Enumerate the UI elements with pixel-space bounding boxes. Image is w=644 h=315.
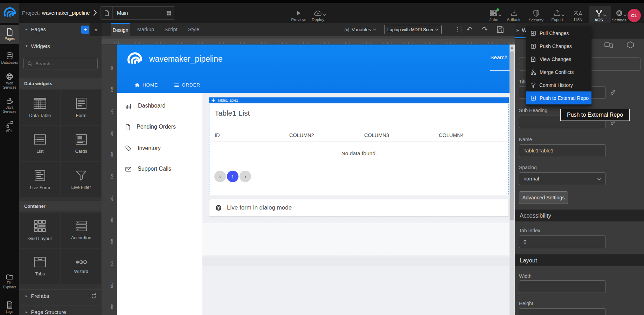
app-logo-wave-icon (127, 51, 143, 67)
top-bar: Project: wavemaker_pipeline Main Preview… (0, 3, 644, 23)
move-handle-icon[interactable] (212, 98, 215, 102)
collapse-panel-button[interactable]: « (90, 23, 102, 36)
ruler-number: 350 (110, 193, 113, 204)
rail-item-file-explorer[interactable]: File Explorer (0, 274, 19, 289)
undo-button[interactable]: ↶ (466, 23, 472, 36)
cloud-upload-icon (314, 10, 322, 16)
view-changes-icon (531, 56, 536, 62)
shield-hex-icon[interactable] (626, 41, 635, 48)
pagination-next-button[interactable]: › (240, 171, 251, 182)
widget-search[interactable] (23, 58, 98, 69)
rail-item-apis[interactable]: APIs (0, 121, 19, 133)
device-select[interactable]: Laptop with MDPI Screen (384, 25, 442, 34)
rail-item-web-services[interactable]: Web Services (0, 73, 19, 90)
selected-table-widget[interactable]: Table1Table1 Table1 List ID COLUMN2 COLU… (209, 97, 509, 195)
coffee-icon (6, 97, 13, 103)
pages-grid-icon[interactable] (163, 11, 175, 16)
height-property-input[interactable] (519, 308, 606, 315)
spacing-select[interactable]: normal (519, 172, 606, 185)
ruler-number: 150 (110, 106, 113, 117)
menu-item-merge-conflicts[interactable]: Merge Conflicts (526, 66, 591, 78)
advanced-settings-button[interactable]: Advanced Settings (519, 191, 568, 204)
page-structure-header[interactable]: ▸ Page Structure (19, 306, 102, 315)
bind-link-icon[interactable] (610, 89, 616, 95)
user-avatar[interactable]: CL (628, 9, 641, 22)
expand-panel-button[interactable]: » (516, 27, 519, 33)
widget-tile-accordion[interactable]: Accordion (61, 213, 102, 248)
scroll-up-arrow[interactable] (511, 47, 513, 49)
widget-tile-list[interactable]: List (20, 126, 60, 161)
widget-search-input[interactable] (35, 61, 91, 66)
widget-tile-live-filter[interactable]: Live Filter (61, 162, 102, 197)
prefabs-section-header[interactable]: ▸ Prefabs (19, 289, 102, 302)
height-property-label: Height (519, 301, 533, 306)
folder-icon (6, 274, 13, 280)
accessibility-section-header: Accessibility (515, 210, 644, 221)
ruler-number: 450 (110, 237, 113, 247)
envelope-icon (125, 166, 131, 172)
live-form-dialog-widget[interactable]: Live form in dialog mode (209, 199, 509, 217)
width-property-input[interactable] (519, 280, 606, 293)
empty-layout-band (202, 223, 510, 255)
project-breadcrumb: Project: wavemaker_pipeline (22, 3, 90, 23)
commit-history-icon (531, 82, 536, 88)
menu-item-inventory[interactable]: Inventory (117, 145, 202, 151)
menu-item-commit-history[interactable]: Commit History (526, 78, 591, 91)
play-icon (295, 10, 302, 16)
menu-item-support-calls[interactable]: Support Calls (117, 166, 202, 172)
tab-design[interactable]: Design (111, 23, 130, 36)
devices-icon[interactable] (604, 42, 613, 48)
project-label: Project: (22, 10, 40, 16)
widget-selection-bar[interactable]: Table1Table1 (209, 97, 509, 103)
menu-item-pull-changes[interactable]: Pull Changes (526, 27, 591, 40)
nav-item-home[interactable]: HOME (134, 82, 158, 88)
scrollbar-thumb[interactable] (510, 52, 514, 220)
nav-item-order[interactable]: ORDER (174, 82, 200, 88)
menu-item-push-changes[interactable]: Push Changes (526, 40, 591, 53)
menu-item-pending-orders[interactable]: Pending Orders (117, 124, 202, 130)
page-file-icon (101, 7, 113, 19)
widget-tile-cards[interactable]: Cards (61, 126, 102, 161)
save-button[interactable] (497, 23, 504, 36)
spacing-property-label: Spacing (519, 165, 537, 170)
column-header[interactable]: COLUMN4 (439, 132, 464, 138)
refresh-icon[interactable] (91, 293, 97, 299)
menu-item-dashboard[interactable]: Dashboard (117, 103, 202, 109)
menu-item-push-to-external-repo[interactable]: Push to External Repo (526, 91, 591, 104)
rail-item-pages[interactable]: Pages (0, 25, 19, 44)
variables-button[interactable]: {x} Variables (344, 23, 376, 36)
widget-tile-data-table[interactable]: Data Table (20, 90, 60, 125)
pagination-page-button[interactable]: 1 (227, 171, 238, 182)
column-header[interactable]: COLUMN2 (289, 132, 314, 138)
more-menu-button[interactable]: ⋮ (455, 23, 461, 36)
widget-tile-form[interactable]: Form (61, 90, 102, 125)
canvas-scrollbar[interactable] (510, 44, 515, 315)
column-header[interactable]: ID (215, 132, 220, 138)
widgets-section-header[interactable]: ▾ Widgets (19, 40, 102, 52)
widget-tile-wizard[interactable]: Wizard (61, 249, 102, 284)
open-page-tab[interactable]: Main (101, 6, 175, 20)
tooltip: Push to External Repo (560, 109, 630, 121)
rail-item-databases[interactable]: Databases (0, 52, 19, 65)
name-property-input[interactable] (519, 144, 606, 157)
order-list-icon (174, 83, 179, 87)
tab-markup[interactable]: Markup (135, 23, 156, 36)
widget-tile-live-form[interactable]: Live Form (20, 162, 60, 197)
live-filter-funnel-icon (75, 170, 87, 181)
add-page-button[interactable]: + (81, 26, 89, 34)
tab-script[interactable]: Script (162, 23, 180, 36)
tab-index-input[interactable] (519, 235, 606, 248)
pagination-prev-button[interactable]: ‹ (214, 171, 226, 182)
rail-item-java-services[interactable]: Java Services (0, 97, 19, 114)
widget-tile-grid-layout[interactable]: Grid Layout (20, 213, 60, 248)
redo-button[interactable]: ↷ (482, 23, 488, 36)
globe-icon (6, 73, 13, 79)
rail-item-logs[interactable]: Logs (0, 301, 19, 314)
search-link[interactable]: Search (490, 54, 510, 71)
menu-item-view-changes[interactable]: View Changes (526, 53, 591, 66)
wavemaker-logo[interactable] (0, 3, 19, 23)
pages-section-header[interactable]: ▸ Pages (19, 23, 90, 36)
tab-style[interactable]: Style (186, 23, 202, 36)
column-header[interactable]: COLUMN3 (364, 132, 389, 138)
widget-tile-tabs[interactable]: Tabs (20, 249, 60, 284)
